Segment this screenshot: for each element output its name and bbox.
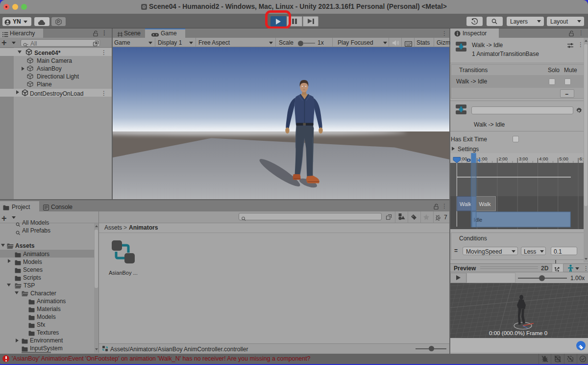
svg-text:3:00: 3:00 (519, 156, 528, 161)
svg-text:Walk: Walk (460, 201, 472, 207)
svg-text:2:00: 2:00 (498, 156, 508, 161)
svg-text:5:00: 5:00 (559, 156, 568, 161)
svg-text:4:00: 4:00 (539, 156, 548, 161)
svg-text:0:00 (000.0%) Frame 0: 0:00 (000.0%) Frame 0 (489, 330, 547, 336)
svg-text:Walk: Walk (479, 201, 491, 207)
